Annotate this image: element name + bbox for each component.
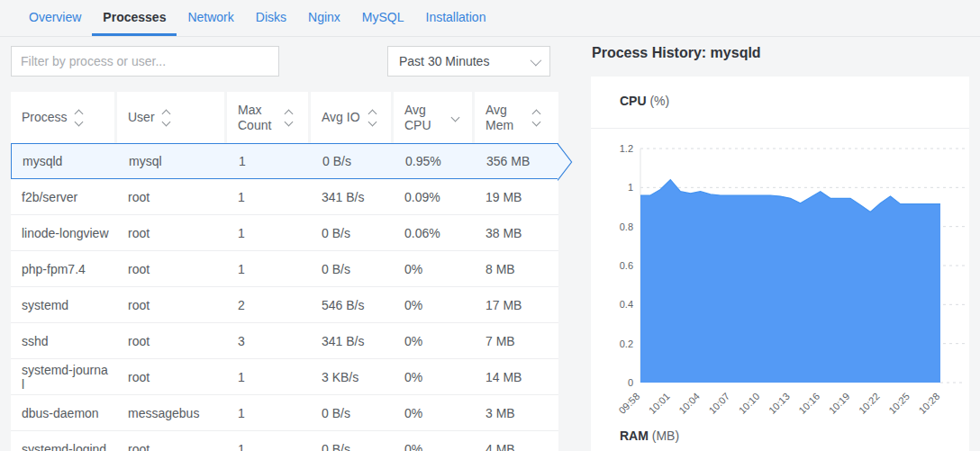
cell-user: root	[117, 323, 227, 358]
sort-icon	[163, 111, 169, 125]
process-history-card: CPU (%) 00.20.40.60.811.209:5810:0110:04…	[591, 77, 969, 451]
cell-avg_mem: 356 MB	[476, 144, 559, 178]
chevron-down-icon	[531, 54, 542, 66]
cell-max_count: 1	[228, 144, 312, 178]
tab-nginx[interactable]: Nginx	[297, 0, 351, 36]
ram-title-text: RAM	[620, 428, 649, 443]
svg-text:0: 0	[628, 377, 633, 388]
svg-text:10:16: 10:16	[796, 391, 821, 416]
cell-avg_io: 0 B/s	[311, 395, 394, 430]
tab-installation[interactable]: Installation	[415, 0, 497, 36]
cpu-unit-text: (%)	[649, 94, 669, 108]
sort-icon	[369, 111, 376, 125]
cell-avg_cpu: 0%	[394, 323, 475, 358]
process-table-body: mysqldmysql10 B/s0.95%356 MBf2b/serverro…	[11, 143, 558, 451]
time-range-select[interactable]: Past 30 Minutes	[387, 46, 550, 77]
cell-process: systemd-logind	[11, 431, 117, 451]
process-table-header: ProcessUserMax CountAvg IOAvg CPUAvg Mem	[11, 92, 558, 143]
cell-avg_cpu: 0%	[394, 287, 475, 322]
sort-icon	[76, 111, 82, 125]
table-row-php-fpm7.4[interactable]: php-fpm7.4root10 B/s0%8 MB	[11, 251, 558, 287]
table-row-linode-longview[interactable]: linode-longviewroot10 B/s0.06%38 MB	[11, 215, 558, 251]
process-history-title: Process History: mysqld	[592, 45, 761, 61]
cell-process: linode-longview	[11, 215, 117, 250]
cell-process: systemd-journal	[11, 359, 117, 394]
cell-max_count: 1	[227, 179, 311, 214]
column-header-avg_mem[interactable]: Avg Mem	[475, 92, 558, 143]
svg-text:10:10: 10:10	[737, 391, 762, 416]
cell-max_count: 2	[227, 287, 311, 322]
cell-process: f2b/server	[11, 179, 117, 214]
table-row-f2b/server[interactable]: f2b/serverroot1341 B/s0.09%19 MB	[11, 179, 558, 215]
cell-process: mysqld	[12, 144, 118, 178]
tab-overview[interactable]: Overview	[18, 0, 92, 36]
cell-process: systemd	[11, 287, 117, 322]
column-label: Avg IO	[322, 110, 361, 125]
sort-icon	[286, 111, 292, 125]
svg-text:10:19: 10:19	[827, 391, 852, 416]
ram-unit-text: (MB)	[652, 428, 679, 443]
column-header-avg_cpu[interactable]: Avg CPU	[394, 92, 475, 143]
cpu-area-chart: 00.20.40.60.811.209:5810:0110:0410:0710:…	[591, 131, 969, 428]
svg-text:10:13: 10:13	[767, 391, 792, 416]
cell-avg_io: 341 B/s	[311, 323, 394, 358]
column-label: Avg CPU	[404, 103, 444, 133]
tab-bar: OverviewProcessesNetworkDisksNginxMySQLI…	[0, 0, 980, 37]
column-label: User	[128, 110, 155, 125]
table-row-dbus-daemon[interactable]: dbus-daemonmessagebus10 B/s0%3 MB	[11, 395, 558, 431]
cell-avg_io: 546 B/s	[311, 287, 394, 322]
cell-avg_cpu: 0%	[394, 395, 475, 430]
table-row-mysqld[interactable]: mysqldmysql10 B/s0.95%356 MB	[11, 143, 558, 179]
table-row-systemd-journal[interactable]: systemd-journalroot13 KB/s0%14 MB	[11, 359, 558, 395]
tab-processes[interactable]: Processes	[92, 0, 177, 36]
svg-text:0.2: 0.2	[620, 338, 633, 349]
cell-max_count: 1	[227, 395, 311, 430]
cell-avg_io: 0 B/s	[312, 144, 395, 178]
svg-text:09:58: 09:58	[616, 391, 641, 416]
column-label: Process	[22, 110, 68, 125]
process-filter-input[interactable]	[11, 46, 279, 77]
cell-avg_io: 0 B/s	[311, 431, 394, 451]
svg-text:0.4: 0.4	[620, 299, 633, 310]
tab-network[interactable]: Network	[177, 0, 244, 36]
cell-avg_io: 0 B/s	[311, 215, 394, 250]
cell-avg_mem: 38 MB	[475, 215, 558, 250]
table-row-systemd-logind[interactable]: systemd-logindroot10 B/s0%4 MB	[11, 431, 558, 451]
cell-avg_mem: 17 MB	[475, 287, 558, 322]
column-header-user[interactable]: User	[117, 92, 227, 143]
cell-avg_cpu: 0%	[394, 359, 475, 394]
tab-mysql[interactable]: MySQL	[351, 0, 415, 36]
cell-max_count: 1	[227, 431, 311, 451]
cpu-chart-title: CPU (%)	[620, 94, 669, 108]
cell-avg_cpu: 0%	[394, 251, 475, 286]
card-divider	[591, 128, 969, 129]
cell-avg_mem: 8 MB	[475, 251, 558, 286]
cell-avg_cpu: 0.09%	[394, 179, 475, 214]
cell-process: php-fpm7.4	[11, 251, 117, 286]
svg-text:1: 1	[628, 182, 633, 193]
column-header-process[interactable]: Process	[11, 92, 117, 143]
cell-avg_cpu: 0.06%	[394, 215, 475, 250]
sort-desc-icon	[452, 114, 458, 121]
selected-row-arrow	[558, 143, 573, 181]
column-header-avg_io[interactable]: Avg IO	[311, 92, 394, 143]
table-row-systemd[interactable]: systemdroot2546 B/s0%17 MB	[11, 287, 558, 323]
cell-avg_io: 341 B/s	[311, 179, 394, 214]
svg-text:0.6: 0.6	[620, 260, 633, 271]
column-header-max_count[interactable]: Max Count	[227, 92, 311, 143]
svg-text:10:07: 10:07	[706, 391, 731, 416]
cell-avg_cpu: 0%	[394, 431, 475, 451]
ram-chart-title: RAM (MB)	[620, 428, 679, 443]
tab-disks[interactable]: Disks	[245, 0, 297, 36]
svg-text:10:04: 10:04	[676, 391, 702, 416]
cell-avg_cpu: 0.95%	[395, 144, 476, 178]
cell-avg_io: 0 B/s	[311, 251, 394, 286]
svg-text:10:01: 10:01	[647, 391, 672, 416]
cell-avg_mem: 14 MB	[475, 359, 558, 394]
cell-max_count: 1	[227, 215, 311, 250]
time-range-value: Past 30 Minutes	[399, 54, 531, 68]
cell-avg_mem: 7 MB	[475, 323, 558, 358]
table-row-sshd[interactable]: sshdroot3341 B/s0%7 MB	[11, 323, 558, 359]
cell-user: mysql	[118, 144, 228, 178]
column-label: Avg Mem	[485, 103, 525, 133]
